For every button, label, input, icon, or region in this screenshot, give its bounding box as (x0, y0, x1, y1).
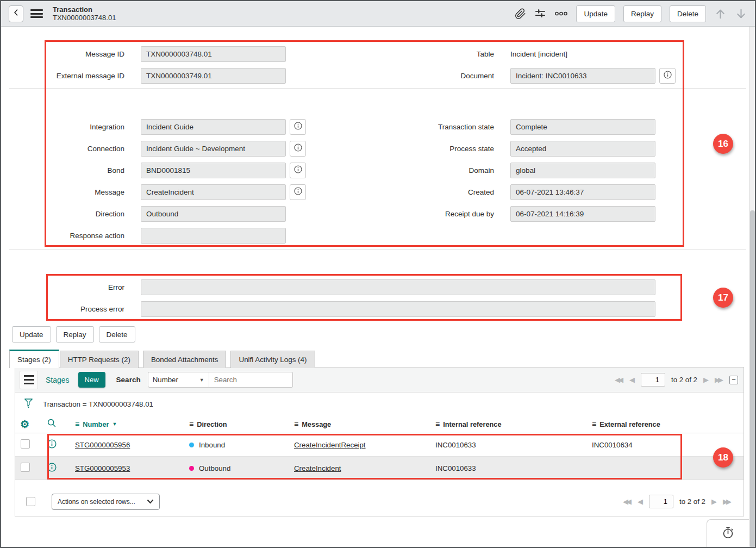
tab-bonded-attachments[interactable]: Bonded Attachments (143, 351, 227, 368)
row-info-icon[interactable] (47, 462, 75, 474)
new-record-button[interactable]: New (78, 372, 105, 388)
tab-unifi-activity-logs[interactable]: Unifi Activity Logs (4) (230, 351, 315, 368)
next-page-icon[interactable]: ▶ (703, 376, 709, 383)
domain-field[interactable]: global (510, 163, 655, 178)
integration-info-button[interactable] (290, 119, 306, 135)
row-checkbox[interactable] (21, 439, 30, 449)
tab-http-requests[interactable]: HTTP Requests (2) (60, 351, 139, 368)
connection-info-button[interactable] (290, 141, 306, 157)
transaction-record-screen: Transaction TXN0000003748.01 Update Repl… (0, 0, 756, 548)
info-icon (293, 143, 303, 154)
integration-field[interactable]: Incident Guide (141, 119, 286, 135)
filter-breadcrumb[interactable]: Transaction = TXN0000003748.01 (43, 400, 153, 408)
header-update-button[interactable]: Update (576, 5, 615, 22)
process-state-field[interactable]: Accepted (510, 141, 655, 157)
stage-number-link[interactable]: STG0000005956 (75, 441, 130, 449)
receipt-due-by-label: Receipt due by (376, 210, 494, 219)
scroll-up-arrow-icon[interactable] (714, 8, 727, 20)
last-page-icon[interactable]: ▶▶ (723, 498, 732, 505)
form-context-menu-icon[interactable] (30, 8, 43, 20)
message-id-field[interactable]: TXN0000003748.01 (141, 46, 286, 62)
bond-field[interactable]: BND0001815 (141, 163, 286, 178)
personalize-form-icon[interactable] (534, 8, 546, 20)
list-search-input[interactable] (209, 372, 293, 388)
integration-label: Integration (9, 123, 124, 132)
previous-page-icon[interactable]: ◀ (629, 376, 635, 383)
response-action-field[interactable] (141, 228, 286, 244)
column-header-internal-reference[interactable]: ≡ Internal reference (435, 420, 592, 428)
annotation-badge-17: 17 (713, 288, 733, 308)
row-checkbox[interactable] (21, 463, 30, 472)
back-button[interactable] (9, 5, 23, 22)
record-type-label: Transaction (53, 5, 116, 14)
transaction-state-label: Transaction state (376, 123, 494, 132)
first-page-icon[interactable]: ◀◀ (623, 498, 632, 505)
error-field[interactable] (141, 279, 655, 295)
annotation-badge-16: 16 (713, 134, 733, 154)
direction-field[interactable]: Outbound (141, 206, 286, 222)
search-label: Search (116, 376, 141, 384)
response-action-label: Response action (9, 232, 124, 240)
stage-number-link[interactable]: STG0000005953 (75, 464, 130, 472)
collapse-list-icon[interactable]: − (729, 376, 738, 384)
page-number-input[interactable] (641, 373, 665, 387)
search-column-value: Number (153, 376, 178, 384)
column-header-message[interactable]: ≡ Message (294, 420, 435, 428)
receipt-due-by-field[interactable]: 06-07-2021 14:16:39 (510, 206, 655, 222)
pagination-range-text: to 2 of 2 (679, 497, 705, 506)
actions-on-selected-rows-select[interactable]: Actions on selected rows... (52, 494, 160, 510)
bond-info-button[interactable] (290, 163, 306, 178)
info-icon (293, 165, 303, 176)
connection-field[interactable]: Incident Guide ~ Development (141, 141, 286, 157)
created-field[interactable]: 06-07-2021 13:46:37 (510, 184, 655, 200)
process-error-field[interactable] (141, 301, 655, 317)
column-header-direction[interactable]: ≡ Direction (189, 420, 294, 428)
filter-funnel-icon[interactable] (23, 397, 34, 410)
form-update-button[interactable]: Update (12, 326, 51, 342)
column-header-external-reference[interactable]: ≡ External reference (592, 420, 743, 428)
form-section-divider (9, 88, 746, 89)
list-title[interactable]: Stages (46, 376, 70, 384)
vertical-scrollbar[interactable] (749, 27, 755, 547)
column-search-icon[interactable] (47, 418, 75, 430)
direction-value: Inbound (199, 441, 225, 449)
stage-message-link[interactable]: CreateIncident (294, 464, 341, 472)
header-replay-button[interactable]: Replay (623, 5, 661, 22)
record-number-label: TXN0000003748.01 (53, 14, 116, 22)
row-info-icon[interactable] (47, 439, 75, 451)
list-settings-gear-icon[interactable]: ⚙ (15, 418, 47, 431)
transaction-state-field[interactable]: Complete (510, 119, 655, 135)
more-options-icon[interactable] (554, 11, 568, 16)
form-replay-button[interactable]: Replay (56, 326, 94, 342)
previous-page-icon[interactable]: ◀ (638, 498, 643, 505)
internal-reference-value: INC0010633 (435, 441, 592, 449)
stage-message-link[interactable]: CreateIncidentReceipt (294, 441, 366, 449)
page-number-input[interactable] (649, 495, 673, 508)
direction-value: Outbound (199, 464, 230, 472)
error-label: Error (9, 283, 124, 292)
select-all-checkbox[interactable] (26, 497, 35, 506)
stopwatch-icon[interactable] (721, 526, 735, 541)
form-section-divider (9, 249, 746, 250)
external-message-id-field[interactable]: TXN0000003749.01 (141, 68, 286, 84)
scrollbar-thumb[interactable] (750, 210, 755, 548)
header-delete-button[interactable]: Delete (670, 5, 706, 22)
column-header-number[interactable]: ≡ Number ▼ (75, 420, 189, 428)
info-icon (293, 121, 303, 133)
bond-label: Bond (9, 166, 124, 175)
paperclip-icon[interactable] (515, 8, 526, 20)
scroll-down-arrow-icon[interactable] (735, 8, 747, 20)
last-page-icon[interactable]: ▶▶ (715, 376, 723, 383)
message-field[interactable]: CreateIncident (141, 184, 286, 200)
message-info-button[interactable] (290, 184, 306, 200)
document-info-button[interactable] (659, 68, 676, 84)
list-filter-row: Transaction = TXN0000003748.01 (15, 393, 743, 415)
search-column-select[interactable]: Number ▼ (148, 372, 209, 388)
tab-stages[interactable]: Stages (2) (9, 350, 59, 368)
form-delete-button[interactable]: Delete (99, 326, 135, 342)
document-field[interactable]: Incident: INC0010633 (510, 68, 655, 84)
first-page-icon[interactable]: ◀◀ (615, 376, 623, 383)
actions-select-value: Actions on selected rows... (58, 498, 135, 506)
next-page-icon[interactable]: ▶ (711, 498, 717, 505)
list-menu-icon[interactable] (20, 371, 38, 389)
